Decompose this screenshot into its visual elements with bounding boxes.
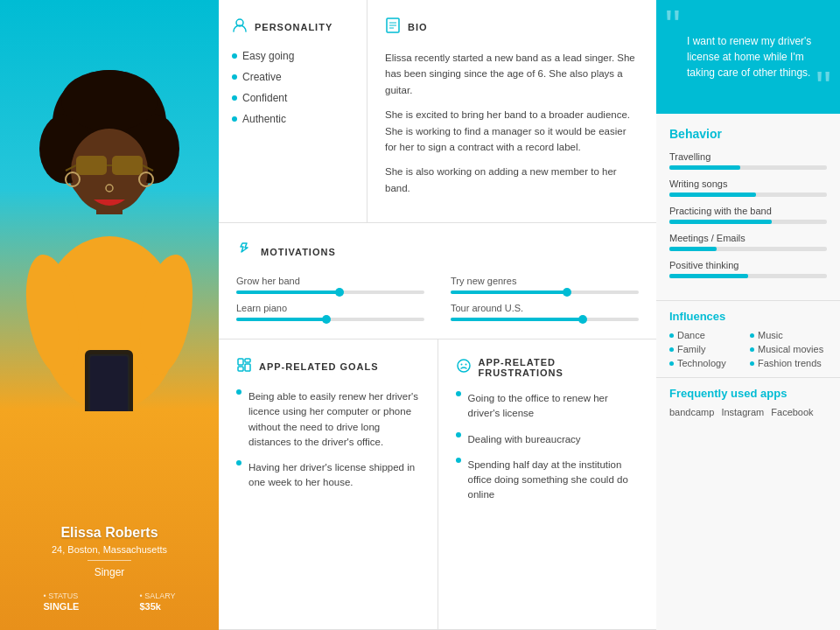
personality-icon (232, 18, 248, 37)
frustrations-title: App-Related Frustrations (479, 357, 640, 378)
frustrations-icon (456, 358, 472, 377)
frustrations-header: App-Related Frustrations (456, 357, 640, 378)
personality-title: PERSONALITY (255, 22, 332, 32)
frustration-item-3: Spending half day at the institution off… (456, 458, 640, 503)
behavior-bar-bg (669, 247, 827, 251)
personality-header: PERSONALITY (232, 18, 354, 37)
svg-rect-20 (90, 356, 128, 411)
person-name: Elissa Roberts (13, 525, 206, 541)
motivations-icon (236, 241, 254, 262)
trait-dot (232, 116, 237, 122)
behavior-label: Positive thinking (669, 260, 827, 270)
influences-grid: Dance Music Family Musical movies Techno… (669, 330, 827, 368)
motivation-bar-bg (236, 318, 424, 321)
goal-dot (236, 460, 242, 466)
frustrations-section: App-Related Frustrations Going to the of… (438, 340, 657, 629)
behavior-bar (669, 247, 717, 251)
behavior-title: Behavior (669, 127, 827, 141)
influence-music: Music (750, 330, 827, 340)
behavior-bar (669, 165, 740, 170)
trait-creative: Creative (232, 71, 354, 83)
svg-rect-10 (76, 156, 107, 175)
svg-point-30 (458, 360, 470, 372)
svg-point-32 (465, 364, 466, 366)
bio-para-3: She is also working on adding a new memb… (385, 164, 639, 196)
trait-dot (232, 74, 237, 80)
motivation-label: Learn piano (236, 303, 424, 313)
influence-fashion: Fashion trends (750, 358, 827, 368)
behavior-bar-bg (669, 192, 827, 197)
motivation-bar-bg (451, 290, 639, 294)
behavior-label: Travelling (669, 151, 827, 162)
motivations-title: Motivations (261, 247, 336, 257)
photo-panel: Elissa Roberts 24, Boston, Massachusetts… (0, 0, 219, 630)
frustration-dot (456, 432, 461, 438)
motivation-bar (451, 290, 567, 294)
motivation-bar-bg (451, 318, 639, 321)
app-instagram: Instagram (721, 407, 764, 417)
frustration-item-1: Going to the office to renew her driver'… (456, 391, 640, 422)
goals-frustrations: App-Related Goals Being able to easily r… (219, 340, 656, 630)
behavior-meetings: Meetings / Emails (669, 233, 827, 251)
goal-dot (236, 389, 242, 395)
behavior-practicing: Practicing with the band (669, 206, 827, 224)
motivation-handle (563, 288, 571, 297)
frustration-dot (456, 458, 461, 463)
goals-header: App-Related Goals (236, 357, 420, 376)
apps-title: Frequently used apps (669, 387, 827, 400)
bio-para-2: She is excited to bring her band to a br… (385, 107, 639, 155)
behavior-section: Behavior Travelling Writing songs Practi… (656, 114, 840, 300)
trait-dot (232, 95, 237, 101)
goals-icon (236, 357, 252, 376)
svg-rect-27 (245, 359, 250, 362)
motivation-handle (335, 288, 344, 297)
influence-technology: Technology (669, 358, 746, 368)
behavior-label: Meetings / Emails (669, 233, 827, 243)
status-stat: • STATUS SINGLE (44, 592, 80, 612)
trait-confident: Confident (232, 92, 354, 104)
motivation-bar (451, 318, 583, 321)
person-location: 24, Boston, Massachusetts (13, 544, 206, 555)
svg-point-8 (61, 70, 158, 131)
influences-title: Influences (669, 310, 827, 323)
bio-header: BIO (385, 18, 639, 37)
bio-title: BIO (408, 22, 428, 32)
person-role: Singer (13, 566, 206, 578)
svg-rect-11 (112, 156, 143, 175)
person-info: Elissa Roberts 24, Boston, Massachusetts… (0, 525, 219, 612)
divider (88, 560, 131, 561)
trait-easy-going: Easy going (232, 50, 354, 62)
motivation-handle (322, 315, 331, 324)
right-panel: " I want to renew my driver's license at… (656, 0, 840, 630)
motivation-handle (578, 315, 587, 324)
goals-section: App-Related Goals Being able to easily r… (219, 340, 438, 629)
behavior-bar (669, 274, 748, 278)
status-value: SINGLE (44, 601, 80, 612)
influence-family: Family (669, 344, 746, 354)
motivations-section: Motivations Grow her band Try new genres… (219, 223, 656, 340)
motivation-bar (236, 290, 340, 294)
bio-icon (385, 18, 401, 37)
behavior-bar-bg (669, 274, 827, 278)
influence-musical-movies: Musical movies (750, 344, 827, 354)
behavior-label: Practicing with the band (669, 206, 827, 216)
motivation-bar (236, 318, 326, 321)
influences-section: Influences Dance Music Family Musical mo… (656, 300, 840, 377)
motivation-tour-us: Tour around U.S. (451, 303, 639, 321)
personality-section: PERSONALITY Easy going Creative Confiden… (219, 0, 368, 222)
frustration-item-2: Dealing with bureaucracy (456, 432, 640, 447)
behavior-bar (669, 220, 772, 224)
quote-section: " I want to renew my driver's license at… (656, 0, 840, 114)
quote-text: I want to renew my driver's license at h… (674, 33, 827, 80)
motivation-grow-band: Grow her band (236, 276, 424, 294)
salary-label: • SALARY (139, 592, 175, 600)
apps-section: Frequently used apps bandcamp Instagram … (656, 377, 840, 426)
motivations-header: Motivations (236, 241, 639, 262)
salary-value: $35k (139, 601, 160, 612)
motivation-learn-piano: Learn piano (236, 303, 424, 321)
trait-authentic: Authentic (232, 113, 354, 125)
motivation-label: Try new genres (451, 276, 639, 286)
apps-list: bandcamp Instagram Facebook (669, 407, 827, 417)
behavior-label: Writing songs (669, 178, 827, 189)
person-photo (0, 0, 219, 455)
